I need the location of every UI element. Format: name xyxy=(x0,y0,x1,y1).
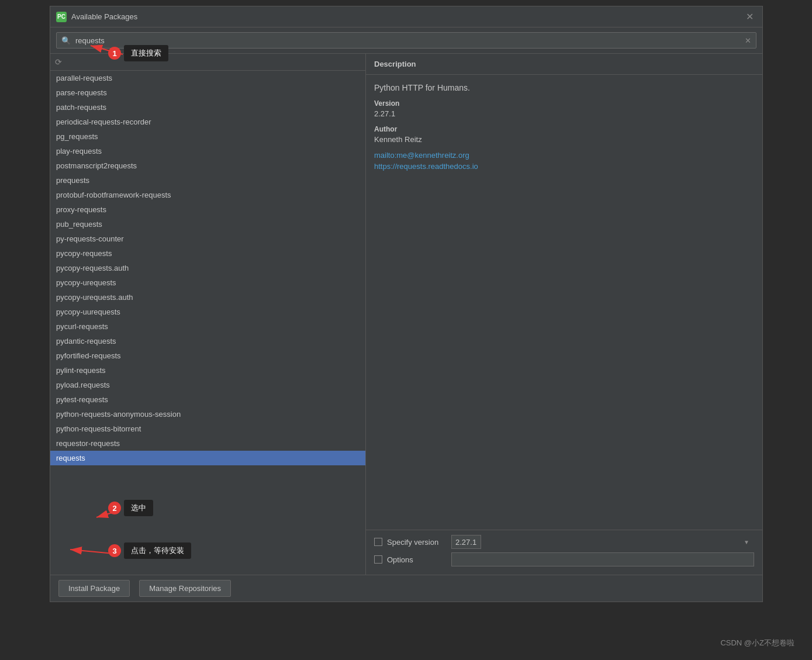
description-header: Description xyxy=(366,54,762,75)
search-clear-button[interactable]: ✕ xyxy=(740,36,756,45)
package-item[interactable]: pg_requests xyxy=(50,129,365,144)
search-input[interactable] xyxy=(75,36,740,45)
package-item[interactable]: pub_requests xyxy=(50,217,365,231)
package-item[interactable]: pyload.requests xyxy=(50,378,365,392)
annotation-circle-3: 3 xyxy=(108,544,121,557)
package-item[interactable]: python-requests-bitorrent xyxy=(50,421,365,436)
description-content: Python HTTP for Humans. Version 2.27.1 A… xyxy=(366,75,762,530)
package-item[interactable]: pytest-requests xyxy=(50,392,365,407)
version-label: Version xyxy=(374,99,754,108)
package-item[interactable]: pydantic-requests xyxy=(50,334,365,348)
annotation-text-3: 点击，等待安装 xyxy=(124,542,191,559)
package-item[interactable]: pycopy-uurequests xyxy=(50,305,365,319)
package-item[interactable]: pyfortified-requests xyxy=(50,348,365,363)
refresh-icon[interactable]: ⟳ xyxy=(55,57,62,67)
email-link[interactable]: mailto:me@kennethreitz.org xyxy=(374,151,754,160)
annotation-text-1: 直接搜索 xyxy=(124,45,168,61)
options-checkbox[interactable] xyxy=(374,555,382,564)
annotation-2: 2 选中 xyxy=(108,500,153,516)
author-label: Author xyxy=(374,125,754,133)
options-label: Options xyxy=(387,555,445,564)
package-item[interactable]: parse-requests xyxy=(50,85,365,100)
specify-version-checkbox[interactable] xyxy=(374,538,382,546)
search-icon: 🔍 xyxy=(57,36,75,45)
footer: Install Package Manage Repositories xyxy=(50,575,762,602)
install-package-button[interactable]: Install Package xyxy=(58,580,130,597)
package-item[interactable]: pycurl-requests xyxy=(50,319,365,334)
main-content: ⟳ parallel-requestsparse-requestspatch-r… xyxy=(50,54,762,575)
package-list: parallel-requestsparse-requestspatch-req… xyxy=(50,71,365,575)
package-item[interactable]: pycopy-requests xyxy=(50,246,365,261)
watermark: CSDN @小Z不想卷啦 xyxy=(720,638,794,648)
title-bar: PC Available Packages ✕ xyxy=(50,6,762,27)
right-panel: Description Python HTTP for Humans. Vers… xyxy=(366,54,762,575)
bottom-options: Specify version 2.27.1 Options xyxy=(366,530,762,575)
package-item[interactable]: periodical-requests-recorder xyxy=(50,115,365,129)
package-item[interactable]: patch-requests xyxy=(50,100,365,115)
docs-link[interactable]: https://requests.readthedocs.io xyxy=(374,162,754,171)
annotation-3: 3 点击，等待安装 xyxy=(108,542,191,559)
version-select[interactable]: 2.27.1 xyxy=(451,535,481,549)
package-item[interactable]: requestor-requests xyxy=(50,436,365,451)
package-item[interactable]: python-requests-anonymous-session xyxy=(50,407,365,421)
options-input[interactable] xyxy=(451,552,754,566)
author-value: Kenneth Reitz xyxy=(374,135,754,144)
specify-version-row: Specify version 2.27.1 xyxy=(374,535,754,549)
left-panel: ⟳ parallel-requestsparse-requestspatch-r… xyxy=(50,54,366,575)
package-item[interactable]: protobuf-robotframework-requests xyxy=(50,188,365,202)
annotation-1: 1 直接搜索 xyxy=(108,45,168,61)
version-select-wrapper: 2.27.1 xyxy=(451,535,754,549)
package-item[interactable]: pycopy-requests.auth xyxy=(50,261,365,275)
annotation-circle-1: 1 xyxy=(108,47,121,60)
annotation-text-2: 选中 xyxy=(124,500,153,516)
package-item[interactable]: py-requests-counter xyxy=(50,231,365,246)
refresh-row: ⟳ xyxy=(50,54,365,71)
dialog-title: Available Packages xyxy=(71,12,742,21)
annotation-circle-2: 2 xyxy=(108,502,121,514)
specify-version-label: Specify version xyxy=(387,538,445,547)
package-item[interactable]: parallel-requests xyxy=(50,71,365,85)
package-item[interactable]: play-requests xyxy=(50,144,365,158)
package-item[interactable]: pycopy-urequests xyxy=(50,275,365,290)
version-value: 2.27.1 xyxy=(374,109,754,118)
options-row: Options xyxy=(374,552,754,566)
close-button[interactable]: ✕ xyxy=(742,10,756,24)
package-item[interactable]: pylint-requests xyxy=(50,363,365,378)
app-icon: PC xyxy=(56,12,67,22)
manage-repositories-button[interactable]: Manage Repositories xyxy=(139,580,231,597)
package-item[interactable]: postmanscript2requests xyxy=(50,158,365,173)
package-description-title: Python HTTP for Humans. xyxy=(374,83,754,92)
package-item[interactable]: requests xyxy=(50,451,365,465)
available-packages-dialog: PC Available Packages ✕ 🔍 ✕ ⟳ parallel-r… xyxy=(50,6,763,602)
package-item[interactable]: prequests xyxy=(50,173,365,188)
package-item[interactable]: pycopy-urequests.auth xyxy=(50,290,365,305)
package-item[interactable]: proxy-requests xyxy=(50,202,365,217)
footer-left: Install Package Manage Repositories xyxy=(58,580,236,597)
